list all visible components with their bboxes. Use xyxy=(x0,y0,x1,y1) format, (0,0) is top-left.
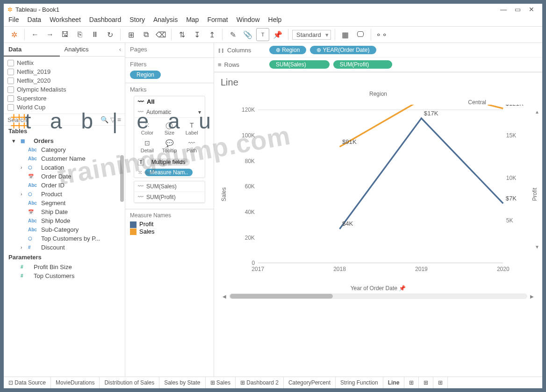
mark-path[interactable]: 〰Path xyxy=(180,137,203,155)
new-data-button[interactable]: ⎘ xyxy=(73,28,86,41)
sheet-tab[interactable]: MovieDurations xyxy=(51,377,100,388)
sheet-tab[interactable]: ⊡ Data Source xyxy=(4,377,51,388)
highlight-button[interactable]: ✎ xyxy=(226,28,239,41)
field-item[interactable]: AbcCustomer Name xyxy=(4,154,125,163)
field-item[interactable]: ⬡Top Customers by P... xyxy=(4,234,125,243)
mark-label[interactable]: TLabel xyxy=(180,120,203,137)
menu-analysis[interactable]: Analysis xyxy=(153,16,178,23)
pin-button[interactable]: 📌 xyxy=(271,28,284,41)
minimize-button[interactable]: — xyxy=(496,6,510,13)
pill-multiple-fields[interactable]: Multiple fields xyxy=(147,158,190,166)
col-pill[interactable]: ⊕ YEAR(Order Date) xyxy=(310,46,376,54)
new-dashboard-icon[interactable]: ⊞ xyxy=(419,377,433,388)
field-item[interactable]: ›⬡Product xyxy=(4,190,125,199)
maximize-button[interactable]: ▭ xyxy=(510,6,524,13)
menu-worksheet[interactable]: Worksheet xyxy=(50,16,81,23)
row-pill[interactable]: SUM(Profit) xyxy=(333,60,393,69)
filter-icon[interactable]: ▽ xyxy=(110,116,115,123)
datasource-item[interactable]: Netflix_2020 xyxy=(7,76,121,85)
swap-button[interactable]: ⇅ xyxy=(175,28,188,41)
scroll-right-icon[interactable]: ▶ xyxy=(530,294,534,299)
menu-story[interactable]: Story xyxy=(129,16,145,23)
sheet-tab[interactable]: CategoryPercent xyxy=(284,377,336,388)
back-button[interactable]: ← xyxy=(29,28,42,41)
scroll-down-icon[interactable]: ▼ xyxy=(535,244,539,249)
clear-button[interactable]: ⌫ xyxy=(154,28,167,41)
new-worksheet-icon[interactable]: ⊞ xyxy=(404,377,419,388)
presentation-button[interactable]: 🖵 xyxy=(354,28,367,41)
menu-window[interactable]: Window xyxy=(237,16,260,23)
marks-sum-profit[interactable]: 〰SUM(Profit) xyxy=(134,192,205,203)
parameter-item[interactable]: #Profit Bin Size xyxy=(4,263,125,271)
new-sheet-button[interactable]: ⊞ xyxy=(124,28,137,41)
sheet-tab[interactable]: ⊞ Dashboard 2 xyxy=(236,377,284,388)
data-tab[interactable]: Data xyxy=(4,43,60,57)
mark-size[interactable]: ◯Size xyxy=(158,120,181,137)
field-item[interactable]: AbcSegment xyxy=(4,199,125,207)
parameter-item[interactable]: #Top Customers xyxy=(4,271,125,280)
menu-data[interactable]: Data xyxy=(28,16,42,23)
filters-shelf[interactable]: Filters Region xyxy=(125,58,214,83)
sort-asc-button[interactable]: ↧ xyxy=(190,28,203,41)
pages-shelf[interactable]: Pages xyxy=(125,43,214,58)
table-root[interactable]: ▾▦ Orders xyxy=(4,136,125,145)
mark-tooltip[interactable]: 💬Tooltip xyxy=(158,137,181,155)
collapse-panel-button[interactable]: ‹ xyxy=(115,43,125,57)
field-item[interactable]: AbcSub-Category xyxy=(4,225,125,234)
tableau-logo-icon[interactable]: ✲ xyxy=(7,28,21,41)
menu-format[interactable]: Format xyxy=(207,16,228,23)
datasource-item[interactable]: Olympic Medalists xyxy=(7,85,121,94)
scroll-left-icon[interactable]: ◀ xyxy=(223,294,226,299)
filter-pill-region[interactable]: Region xyxy=(130,71,161,79)
search-icon[interactable]: 🔍 xyxy=(101,116,108,123)
list-view-icon[interactable]: ≡ xyxy=(117,116,121,123)
group-button[interactable]: 📎 xyxy=(241,28,254,41)
datasource-item[interactable]: Netflix xyxy=(7,58,121,67)
fit-select[interactable]: Standard xyxy=(292,30,331,40)
sheet-tab[interactable]: Sales by State xyxy=(159,377,205,388)
datasource-item[interactable]: Netflix_2019 xyxy=(7,67,121,76)
share-button[interactable]: ⚬⚬ xyxy=(375,28,388,41)
search-input[interactable] xyxy=(7,116,99,123)
sheet-tab[interactable]: Line xyxy=(383,377,405,388)
datasource-item[interactable]: World Cup xyxy=(7,103,121,112)
field-item[interactable]: ›⬡Location xyxy=(4,163,125,172)
totals-button[interactable]: T xyxy=(256,28,269,41)
sheet-tab[interactable]: String Function xyxy=(336,377,383,388)
legend-item[interactable]: Sales xyxy=(130,228,209,235)
rows-shelf[interactable]: ≡Rows SUM(Sales)SUM(Profit) xyxy=(214,57,542,72)
sort-desc-button[interactable]: ↥ xyxy=(205,28,218,41)
menu-help[interactable]: Help xyxy=(268,16,282,23)
duplicate-button[interactable]: ⧉ xyxy=(139,28,152,41)
refresh-button[interactable]: ↻ xyxy=(103,28,116,41)
scroll-up-icon[interactable]: ▲ xyxy=(535,109,539,114)
legend-item[interactable]: Profit xyxy=(130,221,209,228)
field-item[interactable]: AbcCategory xyxy=(4,145,125,154)
field-item[interactable]: AbcOrder ID xyxy=(4,181,125,190)
columns-shelf[interactable]: ⫿⫿Columns ⊕ Region⊕ YEAR(Order Date) xyxy=(214,43,542,57)
field-item[interactable]: AbcShip Mode xyxy=(4,216,125,225)
field-item[interactable]: 📅Order Date xyxy=(4,172,125,181)
pill-measure-names[interactable]: Measure Nam.. xyxy=(145,169,193,176)
pause-button[interactable]: ⏸ xyxy=(88,28,101,41)
sheet-tab[interactable]: ⊞ Sales xyxy=(206,377,236,388)
field-item[interactable]: 📅Ship Date xyxy=(4,207,125,216)
mark-color[interactable]: ⁙Color xyxy=(136,120,158,137)
h-scrollbar[interactable] xyxy=(229,293,527,299)
show-cards-button[interactable]: ▦ xyxy=(339,28,352,41)
new-story-icon[interactable]: ⊞ xyxy=(433,377,448,388)
marks-sum-sales[interactable]: 〰SUM(Sales) xyxy=(134,181,205,192)
mark-type-select[interactable]: 〰Automatic▾ xyxy=(134,107,205,118)
horizontal-scroll[interactable]: ◀ ▶ xyxy=(219,292,538,301)
menu-map[interactable]: Map xyxy=(186,16,199,23)
datasource-item[interactable]: Superstore xyxy=(7,94,121,103)
mark-detail[interactable]: ⊡Detail xyxy=(136,137,158,155)
chart[interactable]: Region Central Sales Profit Year of Orde… xyxy=(219,91,538,292)
vertical-scrollbar[interactable] xyxy=(120,155,124,202)
col-pill[interactable]: ⊕ Region xyxy=(269,46,306,54)
menu-dashboard[interactable]: Dashboard xyxy=(89,16,122,23)
save-button[interactable]: 🖫 xyxy=(58,28,72,41)
field-item[interactable]: ›#Discount xyxy=(4,243,125,252)
marks-all-header[interactable]: 〰All xyxy=(134,96,205,107)
forward-button[interactable]: → xyxy=(43,28,57,41)
